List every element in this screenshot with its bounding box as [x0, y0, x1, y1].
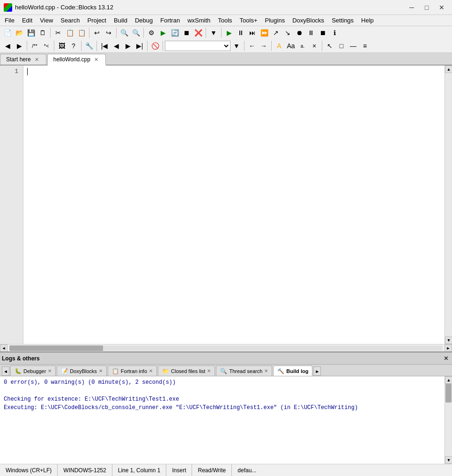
tb-debug-step[interactable]: ⏭ — [247, 27, 258, 38]
tb2-line[interactable]: — — [348, 40, 359, 51]
menu-wxsmith[interactable]: wxSmith — [184, 15, 214, 26]
menu-debug[interactable]: Debug — [131, 15, 156, 26]
tb2-comment[interactable]: /** — [29, 40, 40, 51]
tb2-dropdown-arrow[interactable]: ▼ — [231, 40, 242, 51]
tb-debug-out[interactable]: ↗ — [270, 27, 282, 38]
code-completion-dropdown[interactable] — [165, 41, 230, 51]
tb2-image[interactable]: 🖼 — [56, 40, 67, 51]
menu-fortran[interactable]: Fortran — [156, 15, 184, 26]
tb-debug-stop[interactable]: ⏸ — [235, 27, 246, 38]
tb-debug-run[interactable]: ▶ — [223, 27, 235, 38]
panel-scroll-down[interactable]: ▼ — [445, 456, 452, 464]
tb2-forward[interactable]: ▶ — [14, 40, 25, 51]
menu-tools[interactable]: Tools — [214, 15, 236, 26]
tb2-next-bookmark[interactable]: ▶ — [122, 40, 133, 51]
panel-content: 0 error(s), 0 warning(s) (0 minute(s), 2… — [0, 376, 445, 464]
panel-tab-thread-search-close[interactable]: ✕ — [264, 368, 268, 373]
tb2-help[interactable]: ? — [68, 40, 79, 51]
tab-start-here[interactable]: Start here ✕ — [0, 54, 46, 65]
panel-tab-debugger-close[interactable]: ✕ — [48, 368, 52, 373]
panel-tab-build-log[interactable]: 🔨 Build log — [273, 366, 312, 376]
panel-tab-debugger-label: Debugger — [23, 368, 46, 374]
menu-doxyblocks[interactable]: DoxyBlocks — [289, 15, 328, 26]
tb-debug-end[interactable]: ⏹ — [317, 27, 328, 38]
tb-undo[interactable]: ↩ — [91, 27, 103, 38]
tb2-jump-end[interactable]: ▶| — [134, 40, 145, 51]
editor-content[interactable] — [23, 66, 445, 344]
tb-find[interactable]: 🔍 — [119, 27, 130, 38]
tb-debug-pause[interactable]: ⏸ — [305, 27, 317, 38]
tab-start-here-close[interactable]: ✕ — [34, 56, 40, 63]
tb2-back[interactable]: ◀ — [2, 40, 13, 51]
tb-abort[interactable]: ❌ — [193, 27, 204, 38]
editor-scroll-down[interactable]: ▼ — [445, 337, 452, 344]
tb-replace[interactable]: 🔍 — [130, 27, 141, 38]
tb2-prev-match[interactable]: ← — [246, 40, 258, 51]
tb2-word[interactable]: a. — [297, 40, 308, 51]
tb2-jump-start[interactable]: |◀ — [99, 40, 110, 51]
tb-build-run[interactable]: 🔄 — [169, 27, 180, 38]
tb-build-settings[interactable]: ⚙ — [146, 27, 157, 38]
menu-edit[interactable]: Edit — [18, 15, 36, 26]
maximize-button[interactable]: □ — [420, 2, 433, 13]
tb2-case[interactable]: Aa — [285, 40, 296, 51]
editor-scroll-up[interactable]: ▲ — [445, 66, 452, 73]
panel-tab-doxyblocks-close[interactable]: ✕ — [99, 368, 103, 373]
tb-run[interactable]: ▶ — [157, 27, 169, 38]
tb2-next-match[interactable]: → — [258, 40, 269, 51]
menu-build[interactable]: Build — [110, 15, 131, 26]
tb-dropdown-arrow[interactable]: ▼ — [208, 27, 219, 38]
tb2-highlight[interactable]: A — [274, 40, 285, 51]
tb2-more[interactable]: ≡ — [359, 40, 370, 51]
tb-stop[interactable]: ⏹ — [181, 27, 192, 38]
status-extra-text: defau... — [237, 467, 256, 474]
tb-debug-in[interactable]: ↘ — [282, 27, 293, 38]
panel-tab-debugger[interactable]: 🐛 Debugger ✕ — [10, 366, 56, 376]
tb2-select[interactable]: □ — [336, 40, 347, 51]
panel-tab-prev[interactable]: ◄ — [2, 366, 9, 376]
tb-cut[interactable]: ✂ — [52, 27, 64, 38]
close-button[interactable]: ✕ — [435, 2, 448, 13]
tb2-cursor[interactable]: ↖ — [324, 40, 335, 51]
tb2-regex[interactable]: × — [309, 40, 320, 51]
panel-tab-closed-files[interactable]: 📁 Closed files list ✕ — [158, 366, 215, 376]
panel-tab-doxyblocks[interactable]: 📝 DoxyBlocks ✕ — [57, 366, 106, 376]
tab-helloworld[interactable]: helloWorld.cpp ✕ — [47, 54, 106, 66]
tb2-clear-bookmarks[interactable]: 🚫 — [149, 40, 161, 51]
tb-debug-next[interactable]: ⏩ — [259, 27, 270, 38]
panel-tab-thread-search[interactable]: 🔍 Thread search ✕ — [216, 366, 272, 376]
tb-paste[interactable]: 📋 — [76, 27, 87, 38]
tb-open[interactable]: 📂 — [14, 27, 25, 38]
menu-search[interactable]: Search — [57, 15, 83, 26]
panel-tab-fortran-close[interactable]: ✕ — [149, 368, 153, 373]
tab-helloworld-close[interactable]: ✕ — [93, 56, 100, 63]
tb2-docblock[interactable]: *< — [41, 40, 52, 51]
menu-view[interactable]: View — [36, 15, 57, 26]
panel-scroll-up[interactable]: ▲ — [445, 376, 452, 384]
tb-copy[interactable]: 📋 — [64, 27, 75, 38]
menu-toolsplus[interactable]: Tools+ — [236, 15, 261, 26]
tb-debug-cursor[interactable]: ⏺ — [294, 27, 305, 38]
h-scroll-left[interactable]: ◄ — [0, 344, 7, 352]
status-mode: Insert — [166, 464, 192, 476]
minimize-button[interactable]: ─ — [405, 2, 418, 13]
tb2-prev-bookmark[interactable]: ◀ — [111, 40, 122, 51]
tb-saveall[interactable]: 🗒 — [37, 27, 48, 38]
menu-help[interactable]: Help — [357, 15, 378, 26]
h-scroll-right[interactable]: ► — [445, 344, 452, 352]
tb-save[interactable]: 💾 — [25, 27, 37, 38]
menu-file[interactable]: File — [1, 15, 18, 26]
tb-new[interactable]: 📄 — [2, 27, 13, 38]
menu-settings[interactable]: Settings — [328, 15, 357, 26]
panel-close-button[interactable]: ✕ — [442, 354, 450, 363]
panel-tab-fortran[interactable]: 📋 Fortran info ✕ — [108, 366, 157, 376]
tb-redo[interactable]: ↪ — [103, 27, 114, 38]
menu-plugins[interactable]: Plugins — [261, 15, 289, 26]
tb-debug-info[interactable]: ℹ — [329, 27, 340, 38]
editor-vscroll[interactable]: ▲ ▼ — [445, 66, 452, 344]
panel-tab-closed-files-close[interactable]: ✕ — [207, 368, 211, 373]
panel-vscroll[interactable]: ▲ ▼ — [445, 376, 452, 464]
panel-tab-next[interactable]: ► — [313, 366, 321, 376]
tb2-wrench[interactable]: 🔧 — [83, 40, 95, 51]
menu-project[interactable]: Project — [84, 15, 110, 26]
